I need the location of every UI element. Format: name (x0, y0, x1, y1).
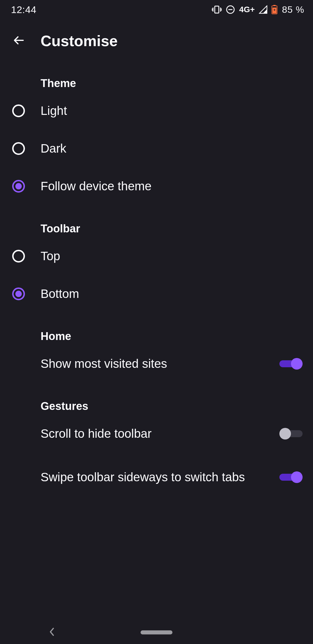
status-right: 4G+ + 85 % (212, 4, 304, 15)
theme-heading: Theme (0, 77, 313, 90)
switch-thumb (279, 428, 291, 439)
swipe-tabs-switch[interactable] (279, 471, 303, 483)
battery-percent: 85 % (282, 4, 304, 15)
nav-home-pill[interactable] (141, 630, 172, 634)
app-bar: Customise (0, 19, 313, 63)
theme-dark-label: Dark (41, 141, 303, 156)
toolbar-option-top[interactable]: Top (0, 237, 313, 275)
toolbar-option-bottom[interactable]: Bottom (0, 275, 313, 313)
switch-thumb (291, 471, 303, 483)
settings-content: Theme Light Dark Follow device theme Too… (0, 63, 313, 502)
vibrate-icon (212, 5, 222, 14)
status-time: 12:44 (11, 4, 37, 15)
theme-option-follow-device[interactable]: Follow device theme (0, 167, 313, 205)
scroll-hide-label: Scroll to hide toolbar (41, 426, 279, 441)
radio-icon (12, 250, 25, 263)
nav-back-button[interactable] (48, 627, 56, 638)
toolbar-top-label: Top (41, 249, 303, 263)
swipe-tabs-row[interactable]: Swipe toolbar sideways to switch tabs (0, 453, 313, 502)
signal-icon (259, 5, 267, 14)
radio-icon (12, 180, 25, 193)
show-most-visited-switch[interactable] (279, 358, 303, 370)
arrow-left-icon (12, 33, 26, 48)
svg-rect-0 (215, 6, 219, 13)
status-bar: 12:44 4G+ + 85 % (0, 0, 313, 19)
back-button[interactable] (8, 30, 29, 51)
toolbar-bottom-label: Bottom (41, 286, 303, 301)
theme-option-dark[interactable]: Dark (0, 130, 313, 167)
gestures-heading: Gestures (0, 400, 313, 413)
show-most-visited-label: Show most visited sites (41, 356, 279, 371)
show-most-visited-row[interactable]: Show most visited sites (0, 345, 313, 383)
scroll-hide-switch[interactable] (279, 428, 303, 439)
scroll-hide-row[interactable]: Scroll to hide toolbar (0, 415, 313, 453)
battery-icon: + (272, 5, 277, 14)
system-nav-bar (0, 621, 313, 644)
radio-icon (12, 104, 25, 117)
theme-option-light[interactable]: Light (0, 92, 313, 130)
radio-icon (12, 287, 25, 300)
page-title: Customise (41, 32, 118, 50)
svg-text:+: + (273, 8, 276, 12)
switch-thumb (291, 358, 303, 370)
theme-follow-label: Follow device theme (41, 179, 303, 193)
theme-light-label: Light (41, 103, 303, 118)
home-heading: Home (0, 330, 313, 343)
do-not-disturb-icon (226, 5, 235, 14)
radio-icon (12, 142, 25, 155)
toolbar-heading: Toolbar (0, 222, 313, 235)
swipe-tabs-label: Swipe toolbar sideways to switch tabs (41, 470, 279, 484)
network-type: 4G+ (239, 5, 255, 14)
